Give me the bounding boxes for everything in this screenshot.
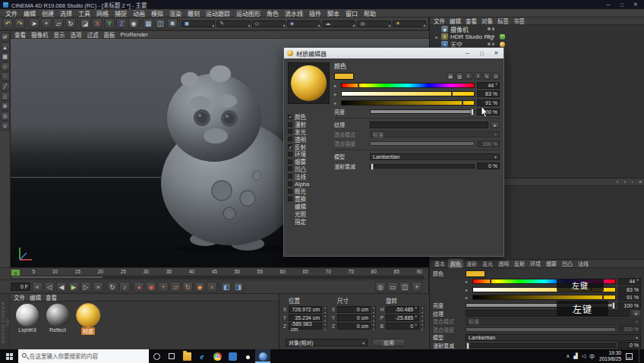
channel-tab[interactable]: 基本 [432, 259, 447, 268]
add-generator-icon[interactable]: ◇ [252, 21, 286, 27]
material-name[interactable]: LightKit [18, 327, 36, 333]
scale-tool-icon[interactable]: ▱ [53, 18, 64, 29]
stepper[interactable] [324, 306, 327, 313]
channel-tab[interactable]: 环境 [528, 259, 543, 268]
channel-tab[interactable]: 发光 [480, 259, 495, 268]
lock-x-axis-icon[interactable]: X [92, 18, 103, 29]
viewport-menu-item[interactable]: 过滤 [87, 31, 99, 39]
viewport-solo-icon[interactable]: ◎ [1, 112, 10, 121]
show-desktop-button[interactable] [639, 349, 641, 363]
material-name[interactable]: Reflect [49, 327, 66, 333]
rotate-tool-icon[interactable]: ↻ [65, 18, 76, 29]
material-thumbnail[interactable]: 材质 [74, 304, 102, 335]
network-icon[interactable]: ▟ [573, 353, 577, 359]
expand-arrow-icon[interactable]: ▸ [434, 34, 439, 39]
play-icon[interactable]: ▶ [68, 282, 79, 292]
saturation-slider[interactable] [341, 91, 475, 96]
menu-item[interactable]: 创建 [39, 9, 57, 17]
hue-field[interactable]: 44 ° [477, 82, 500, 89]
dialog-minimize-button[interactable]: ─ [462, 49, 473, 58]
panel-menu-item[interactable]: 标签 [497, 17, 509, 25]
channel-checkbox[interactable] [288, 144, 292, 149]
panel-menu-item[interactable]: 对象 [481, 17, 493, 25]
channel-label[interactable]: Alpha [295, 181, 309, 188]
viewport-menu-item[interactable]: 选项 [71, 31, 82, 39]
add-environment-icon[interactable]: ☁ [322, 21, 355, 27]
visibility-dots[interactable] [488, 35, 494, 38]
polygons-mode-icon[interactable]: △ [1, 92, 10, 101]
viewport-menu-item[interactable]: 查看 [14, 31, 26, 39]
panel-menu-item[interactable]: 查看 [46, 293, 57, 301]
color-wheel-icon[interactable]: ◐ [465, 72, 472, 80]
menu-item[interactable]: 脚本 [324, 9, 343, 17]
value-field[interactable]: 91 % [477, 99, 500, 106]
object-label[interactable]: 摄像机 [450, 25, 469, 33]
menu-item[interactable]: 动画 [130, 9, 148, 17]
ime-indicator[interactable]: 中 [589, 352, 595, 360]
channel-checkbox[interactable] [288, 152, 292, 156]
color-picker-icon[interactable]: ✎ [483, 72, 491, 80]
panel-menu-item[interactable]: 查看 [466, 17, 477, 25]
object-tag-icon[interactable] [500, 34, 505, 39]
timeline-ruler[interactable]: 051015202530354045505560657075808590 0 [0, 267, 429, 279]
menu-item[interactable]: 窗口 [343, 9, 361, 17]
start-button[interactable] [0, 349, 18, 363]
goto-end-icon[interactable]: » [93, 282, 103, 292]
material-sphere[interactable] [46, 304, 69, 327]
model-dropdown[interactable]: Lambertian [466, 334, 641, 341]
saturation-field[interactable]: 83 % [477, 90, 500, 97]
add-cube-icon[interactable]: ◼ [182, 21, 215, 27]
cortana-button[interactable] [149, 349, 164, 363]
texture-browse-icon[interactable] [491, 122, 500, 128]
key-parameter-icon[interactable]: ◆ [194, 282, 205, 292]
mix-strength-slider[interactable] [466, 327, 616, 332]
object-row[interactable]: ▸ HDR Studio Rig [430, 33, 644, 40]
position-x-field[interactable]: 726.972 cm [289, 306, 322, 313]
material-thumbnail[interactable]: LightKit [14, 304, 41, 335]
lock-z-axis-icon[interactable]: Z [116, 18, 127, 29]
chrome-icon[interactable] [210, 349, 225, 363]
rgb-sliders-icon[interactable]: ▤ [447, 72, 454, 80]
channel-tab[interactable]: 透明 [496, 259, 511, 268]
last-tool-icon[interactable]: ◪ [80, 18, 90, 29]
search-input[interactable] [30, 353, 144, 360]
brightness-slider[interactable] [370, 109, 475, 114]
window-titlebar[interactable]: CINEMA 4D R19.068 Studio (RC) - [未标题 2 *… [0, 0, 644, 9]
edges-mode-icon[interactable]: ╱ [1, 82, 10, 91]
timeline-range-bar[interactable] [11, 276, 424, 279]
key-pla-icon[interactable]: ≈ [207, 282, 217, 292]
apply-button[interactable]: 应用 [372, 339, 406, 346]
keyframe-presets-icon[interactable]: ◨ [233, 282, 244, 292]
material-editor-titlebar[interactable]: 材质编辑器 ─ □ ✕ [284, 48, 504, 58]
loop-icon[interactable]: ↻ [107, 282, 118, 292]
live-selection-icon[interactable]: ➤ [29, 18, 39, 29]
menu-item[interactable]: 角色 [264, 9, 282, 17]
stepper[interactable] [324, 323, 327, 330]
action-center-icon[interactable] [626, 353, 633, 360]
channel-checkbox[interactable] [288, 174, 292, 178]
size-z-field[interactable]: 0 cm [337, 323, 371, 330]
add-light-icon[interactable]: ☀ [393, 21, 426, 27]
add-camera-icon[interactable]: ◎ [357, 21, 390, 27]
material-name[interactable]: 材质 [81, 327, 95, 335]
maximize-button[interactable]: □ [617, 2, 627, 8]
prev-key-icon[interactable]: ◁ [44, 282, 55, 292]
diffuse-falloff-field[interactable]: 0 % [477, 163, 500, 169]
cinema4d-icon[interactable] [255, 349, 270, 363]
make-editable-icon[interactable]: ⇄ [1, 33, 10, 42]
keyframe-selection-icon[interactable]: ◧ [221, 282, 232, 292]
mix-mode-dropdown[interactable]: 标准 [370, 131, 500, 137]
channel-checkbox[interactable] [288, 122, 292, 127]
value-slider[interactable] [341, 100, 475, 106]
solo-icon[interactable]: ◎ [375, 282, 386, 292]
channel-tab[interactable]: 颜色 [448, 259, 463, 268]
range-handle[interactable] [11, 276, 103, 278]
edge-icon[interactable] [194, 349, 210, 363]
material-thumbnail[interactable]: Reflect [44, 304, 71, 335]
object-label[interactable]: HDR Studio Rig [450, 33, 493, 40]
panel-menu-item[interactable]: 编辑 [450, 17, 461, 25]
channel-checkbox[interactable] [288, 166, 292, 171]
channel-checkbox[interactable] [288, 159, 292, 164]
object-tag-icon[interactable] [500, 42, 505, 47]
texture-browse-icon[interactable] [632, 310, 641, 317]
